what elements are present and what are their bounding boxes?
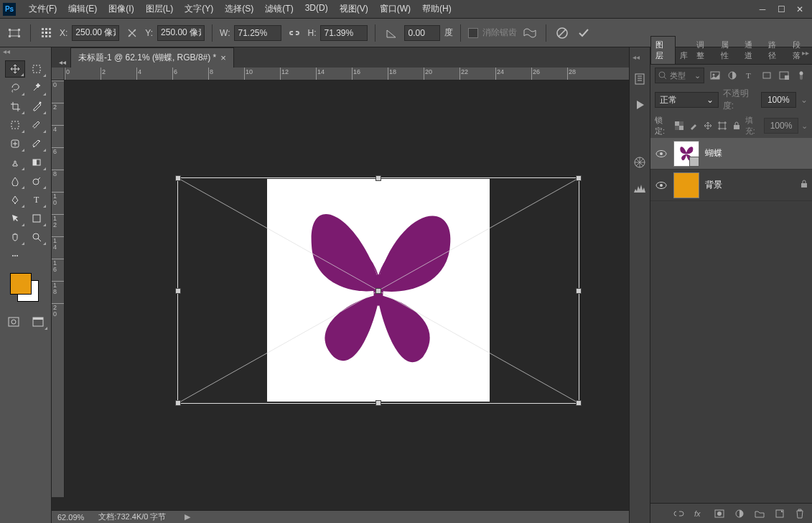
menu-item[interactable]: 文件(F) [23, 1, 62, 17]
lock-artboard-icon[interactable] [717, 119, 728, 132]
close-button[interactable]: ✕ [790, 2, 809, 17]
filter-type-icon[interactable]: T [743, 69, 756, 82]
h-input[interactable] [320, 25, 368, 41]
layer-thumbnail[interactable] [673, 172, 699, 198]
panel-tab[interactable]: 通道 [740, 37, 764, 64]
lock-brush-icon[interactable] [688, 119, 699, 132]
path-select-tool[interactable] [5, 210, 25, 227]
menu-item[interactable]: 滤镜(T) [259, 1, 299, 17]
handle-bc[interactable] [375, 400, 381, 406]
maximize-button[interactable]: ☐ [772, 2, 790, 17]
brush-tool[interactable] [27, 116, 47, 134]
pen-tool[interactable] [5, 191, 25, 208]
delete-layer-icon[interactable] [793, 507, 806, 520]
minimize-button[interactable]: ─ [753, 2, 772, 17]
angle-input[interactable] [404, 25, 440, 41]
blur-tool[interactable] [5, 172, 25, 190]
handle-center[interactable] [375, 288, 381, 294]
panel-tab[interactable]: 调整 [692, 37, 716, 64]
handle-tr[interactable] [576, 175, 582, 181]
menu-item[interactable]: 编辑(E) [62, 1, 103, 17]
filter-smart-icon[interactable] [778, 69, 790, 82]
lock-position-icon[interactable] [702, 119, 714, 132]
layer-style-icon[interactable]: fx [693, 507, 706, 520]
handle-ml[interactable] [175, 288, 181, 294]
visibility-toggle[interactable] [655, 147, 668, 160]
doc-info[interactable]: 文档:732.4K/0 字节 [98, 512, 166, 522]
commit-transform-icon[interactable] [575, 24, 592, 42]
lock-all-icon[interactable] [731, 119, 742, 132]
cancel-transform-icon[interactable] [554, 24, 571, 42]
warp-mode-icon[interactable] [521, 24, 538, 42]
reference-point-icon[interactable] [38, 24, 55, 42]
hand-tool[interactable] [5, 228, 25, 246]
handle-br[interactable] [576, 400, 582, 406]
lasso-tool[interactable] [5, 79, 25, 96]
histogram-panel-icon[interactable] [632, 180, 648, 196]
panel-tab[interactable]: 路径 [764, 37, 788, 64]
y-input[interactable] [157, 25, 205, 41]
handle-tc[interactable] [375, 175, 381, 181]
close-tab-icon[interactable]: × [220, 52, 226, 63]
screenmode-button[interactable] [28, 313, 48, 330]
menu-item[interactable]: 选择(S) [219, 1, 259, 17]
new-group-icon[interactable] [753, 507, 766, 520]
dodge-tool[interactable] [27, 172, 47, 190]
link-layers-icon[interactable] [673, 507, 686, 520]
filter-pixel-icon[interactable] [709, 69, 722, 82]
menu-item[interactable]: 图像(I) [103, 1, 139, 17]
document-tab[interactable]: 未标题-1 @ 62.1% (蝴蝶, RGB/8#) * × [70, 47, 234, 68]
panel-tab[interactable]: 库 [676, 47, 692, 64]
filter-toggle-icon[interactable] [795, 69, 808, 82]
navigator-panel-icon[interactable] [632, 154, 648, 170]
stamp-tool[interactable] [5, 154, 25, 171]
layer-thumbnail[interactable] [673, 141, 699, 167]
fill-input[interactable]: 100% [764, 118, 798, 134]
marquee-tool[interactable] [27, 60, 47, 78]
ruler-origin[interactable] [52, 68, 65, 80]
swap-xy-icon[interactable] [123, 24, 141, 42]
quickmask-button[interactable] [4, 313, 24, 330]
layer-row[interactable]: 背景 [650, 170, 812, 201]
zoom-level[interactable]: 62.09% [57, 513, 84, 522]
collapse-panelstrip-icon[interactable]: ◂◂ [633, 53, 640, 61]
move-tool[interactable] [5, 60, 25, 78]
free-transform-tool-icon[interactable] [6, 24, 23, 42]
ruler-vertical[interactable]: 02468101214161820 [52, 80, 65, 497]
menu-item[interactable]: 3D(D) [299, 1, 334, 17]
handle-mr[interactable] [576, 288, 582, 294]
link-wh-icon[interactable] [286, 24, 303, 42]
layer-row[interactable]: 蝴蝶 [650, 138, 812, 170]
lock-pixels-icon[interactable] [673, 119, 685, 132]
menu-item[interactable]: 帮助(H) [416, 1, 457, 17]
zoom-tool[interactable] [27, 228, 47, 246]
opacity-input[interactable]: 100% [761, 92, 796, 108]
canvas[interactable]: 0246810121416182022242628 02468101214161… [52, 68, 629, 510]
panel-tab[interactable]: 图层 [650, 36, 676, 64]
handle-tl[interactable] [175, 175, 181, 181]
handle-bl[interactable] [175, 400, 181, 406]
color-swatches[interactable] [10, 273, 42, 305]
frame-tool[interactable] [5, 116, 25, 134]
ruler-horizontal[interactable]: 0246810121416182022242628 [65, 68, 629, 80]
history-panel-icon[interactable] [632, 71, 648, 87]
collapse-tabbar-icon[interactable]: ◂◂ [55, 57, 70, 68]
menu-item[interactable]: 文字(Y) [179, 1, 219, 17]
shape-tool[interactable] [27, 210, 47, 227]
eyedropper-tool[interactable] [27, 98, 47, 115]
panel-tab[interactable]: 属性 [717, 37, 740, 64]
history-brush-tool[interactable] [27, 135, 47, 152]
antialias-checkbox[interactable] [468, 28, 478, 38]
layer-filter-kind[interactable]: 类型 ⌄ [655, 68, 704, 83]
gradient-tool[interactable] [27, 154, 47, 171]
collapse-panel-icon[interactable]: ▸▸ [802, 49, 809, 57]
healing-tool[interactable] [5, 135, 25, 152]
menu-item[interactable]: 图层(L) [140, 1, 179, 17]
filter-shape-icon[interactable] [760, 69, 773, 82]
new-layer-icon[interactable] [773, 507, 786, 520]
w-input[interactable] [234, 25, 281, 41]
new-adjustment-icon[interactable] [733, 507, 746, 520]
menu-item[interactable]: 视图(V) [334, 1, 374, 17]
menu-item[interactable]: 窗口(W) [374, 1, 416, 17]
type-tool[interactable]: T [27, 191, 47, 208]
